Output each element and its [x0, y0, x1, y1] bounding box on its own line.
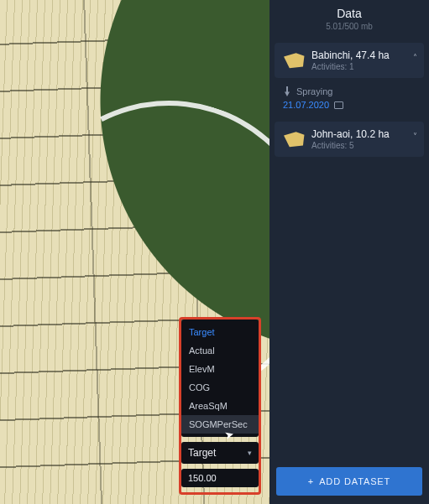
menu-item-areasqm[interactable]: AreaSqM [181, 397, 259, 415]
menu-item-sogmpersec[interactable]: SOGMPerSec [181, 415, 259, 434]
field-thumbnail-icon [283, 131, 305, 148]
activity-type: Spraying [296, 86, 332, 96]
storage-usage: 5.01/500 mb [269, 22, 429, 31]
field-activities: Activities: 1 [311, 62, 390, 71]
field-name: Babinchi, 47.4 ha [311, 49, 390, 61]
panel-title: Data [269, 7, 429, 20]
field-activities: Activities: 5 [311, 141, 390, 150]
activity-item[interactable]: Spraying 21.07.2020 [280, 83, 419, 118]
chevron-down-icon[interactable]: ˅ [413, 132, 417, 141]
panel-header: Data 5.01/500 mb [269, 0, 429, 39]
data-panel: Data 5.01/500 mb Babinchi, 47.4 ha Activ… [269, 0, 429, 504]
attribute-select-label: Target [188, 447, 216, 459]
attribute-menu-highlight: Target Actual ElevM COG AreaSqM SOGMPerS… [179, 317, 261, 495]
field-thumbnail-icon [283, 52, 305, 69]
activity-date[interactable]: 21.07.2020 [283, 100, 329, 110]
field-card-babinchi[interactable]: Babinchi, 47.4 ha Activities: 1 ˄ [275, 43, 424, 78]
note-icon[interactable] [334, 101, 343, 109]
chevron-up-icon[interactable]: ˄ [413, 53, 417, 62]
map-viewport[interactable]: Target Actual ElevM COG AreaSqM SOGMPerS… [0, 0, 269, 504]
chevron-down-icon: ▾ [248, 449, 252, 457]
field-name: John-aoi, 10.2 ha [311, 128, 390, 140]
menu-item-actual[interactable]: Actual [181, 341, 259, 360]
add-dataset-button[interactable]: +ADD DATASET [276, 467, 422, 496]
spraying-icon [283, 86, 291, 96]
attribute-select[interactable]: Target ▾ [181, 442, 259, 464]
attribute-value: 150.00 [181, 469, 259, 487]
add-dataset-label: ADD DATASET [319, 476, 390, 486]
menu-item-cog[interactable]: COG [181, 378, 259, 397]
menu-item-target[interactable]: Target [181, 323, 259, 341]
plus-icon: + [308, 476, 314, 486]
field-card-john-aoi[interactable]: John-aoi, 10.2 ha Activities: 5 ˅ [275, 122, 424, 157]
menu-item-elevm[interactable]: ElevM [181, 360, 259, 378]
attribute-menu[interactable]: Target Actual ElevM COG AreaSqM SOGMPerS… [181, 320, 259, 437]
